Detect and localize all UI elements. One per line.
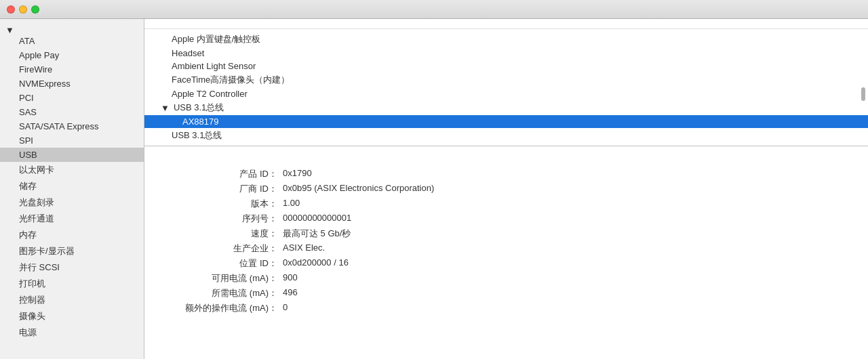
detail-label: 所需电流 (mA)： [161, 287, 283, 299]
detail-value: 1.00 [283, 198, 852, 210]
sidebar-item-camera[interactable]: 摄像头 [0, 308, 144, 324]
detail-value: 最高可达 5 Gb/秒 [283, 228, 852, 240]
sidebar-item-power[interactable]: 电源 [0, 324, 144, 341]
tree-item-keyboard[interactable]: Apple 内置键盘/触控板 [144, 32, 868, 47]
sidebar-item-pci[interactable]: PCI [0, 91, 144, 105]
detail-value: 0x1790 [283, 168, 852, 180]
sidebar-item-print[interactable]: 打印机 [0, 276, 144, 292]
detail-label: 位置 ID： [161, 257, 283, 270]
sidebar-items-list: ATAApple PayFireWireNVMExpressPCISASSATA… [0, 34, 144, 341]
sidebar-item-storage[interactable]: 储存 [0, 178, 144, 194]
detail-label: 速度： [161, 228, 283, 240]
tree-items-list: Apple 内置键盘/触控板HeadsetAmbient Light Senso… [144, 32, 868, 143]
detail-value: 0 [283, 302, 852, 314]
detail-label: 产品 ID： [161, 168, 283, 180]
detail-panel: 产品 ID：0x1790厂商 ID：0x0b95 (ASIX Electroni… [144, 146, 868, 359]
scrollbar-indicator [861, 87, 865, 101]
minimize-button[interactable] [19, 5, 27, 14]
detail-row: 版本：1.00 [161, 198, 852, 210]
usb-tree-header [144, 19, 868, 29]
detail-table: 产品 ID：0x1790厂商 ID：0x0b95 (ASIX Electroni… [161, 168, 852, 314]
detail-row: 生产企业：ASIX Elec. [161, 242, 852, 255]
sidebar-item-memory[interactable]: 内存 [0, 227, 144, 243]
detail-row: 所需电流 (mA)：496 [161, 287, 852, 299]
sidebar-item-graphics[interactable]: 图形卡/显示器 [0, 243, 144, 259]
tree-item-usb31-bus[interactable]: ▼USB 3.1总线 [144, 100, 868, 115]
detail-label: 额外的操作电流 (mA)： [161, 302, 283, 314]
title-bar [0, 0, 868, 19]
sidebar-item-sata[interactable]: SATA/SATA Express [0, 119, 144, 133]
main-layout: ▼ ATAApple PayFireWireNVMExpressPCISASSA… [0, 19, 868, 359]
detail-value: 0x0d200000 / 16 [283, 257, 852, 270]
detail-row: 位置 ID：0x0d200000 / 16 [161, 257, 852, 270]
detail-row: 额外的操作电流 (mA)：0 [161, 302, 852, 314]
detail-value: 00000000000001 [283, 213, 852, 225]
detail-value: 900 [283, 272, 852, 284]
detail-row: 序列号：00000000000001 [161, 213, 852, 225]
sidebar-section-hardware[interactable]: ▼ [0, 23, 144, 34]
sidebar-item-applepay[interactable]: Apple Pay [0, 48, 144, 62]
usb-tree-container: Apple 内置键盘/触控板HeadsetAmbient Light Senso… [144, 29, 868, 146]
tree-item-headset[interactable]: Headset [144, 47, 868, 60]
sidebar-item-controller[interactable]: 控制器 [0, 292, 144, 308]
sidebar-item-usb[interactable]: USB [0, 148, 144, 162]
sidebar: ▼ ATAApple PayFireWireNVMExpressPCISASSA… [0, 19, 144, 359]
sidebar-item-scsi[interactable]: 并行 SCSI [0, 259, 144, 276]
detail-label: 可用电流 (mA)： [161, 272, 283, 284]
sidebar-item-fiber[interactable]: 光纤通道 [0, 211, 144, 227]
detail-value: ASIX Elec. [283, 242, 852, 255]
detail-rows-container: 产品 ID：0x1790厂商 ID：0x0b95 (ASIX Electroni… [161, 168, 852, 314]
sidebar-item-spi[interactable]: SPI [0, 133, 144, 148]
tree-item-usb31-bus2[interactable]: USB 3.1总线 [144, 128, 868, 143]
collapse-triangle-icon: ▼ [161, 103, 170, 113]
sidebar-item-ethernet[interactable]: 以太网卡 [0, 162, 144, 178]
detail-label: 版本： [161, 198, 283, 210]
usb-tree-panel: Apple 内置键盘/触控板HeadsetAmbient Light Senso… [144, 19, 868, 146]
close-button[interactable] [7, 5, 15, 14]
detail-row: 产品 ID：0x1790 [161, 168, 852, 180]
window-controls [7, 5, 39, 14]
sidebar-item-sas[interactable]: SAS [0, 105, 144, 119]
sidebar-item-ata[interactable]: ATA [0, 34, 144, 48]
tree-item-label: USB 3.1总线 [174, 102, 224, 114]
tree-item-light-sensor[interactable]: Ambient Light Sensor [144, 60, 868, 72]
detail-row: 速度：最高可达 5 Gb/秒 [161, 228, 852, 240]
tree-item-ax88179[interactable]: AX88179 [144, 115, 868, 128]
content-area: Apple 内置键盘/触控板HeadsetAmbient Light Senso… [144, 19, 868, 359]
detail-value: 496 [283, 287, 852, 299]
detail-value: 0x0b95 (ASIX Electronics Corporation) [283, 183, 852, 195]
detail-label: 序列号： [161, 213, 283, 225]
detail-label: 厂商 ID： [161, 183, 283, 195]
sidebar-item-nvme[interactable]: NVMExpress [0, 77, 144, 91]
maximize-button[interactable] [31, 5, 39, 14]
section-triangle-icon: ▼ [5, 25, 12, 32]
detail-row: 可用电流 (mA)：900 [161, 272, 852, 284]
sidebar-item-firewire[interactable]: FireWire [0, 62, 144, 77]
sidebar-item-optical[interactable]: 光盘刻录 [0, 194, 144, 211]
tree-item-facetime[interactable]: FaceTime高清摄像头（内建） [144, 72, 868, 87]
detail-row: 厂商 ID：0x0b95 (ASIX Electronics Corporati… [161, 183, 852, 195]
tree-item-t2[interactable]: Apple T2 Controller [144, 87, 868, 100]
detail-label: 生产企业： [161, 242, 283, 255]
